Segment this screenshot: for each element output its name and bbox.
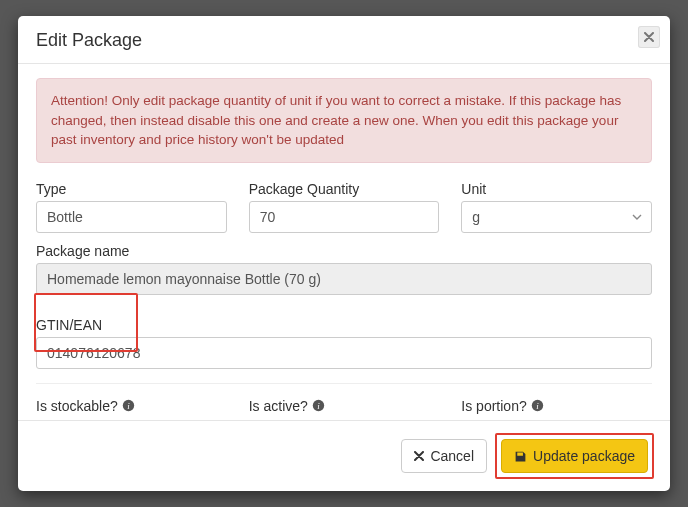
- gtin-label: GTIN/EAN: [36, 317, 652, 333]
- field-package-name: Package name: [36, 243, 652, 295]
- field-portion: Is portion? i Yes: [461, 398, 652, 420]
- field-active: Is active? i Yes: [249, 398, 440, 420]
- close-button[interactable]: [638, 26, 660, 48]
- field-type: Type: [36, 181, 227, 233]
- divider: [36, 383, 652, 384]
- close-icon: [414, 451, 424, 461]
- unit-select[interactable]: [461, 201, 652, 233]
- portion-label: Is portion?: [461, 398, 526, 414]
- row-type-qty-unit: Type Package Quantity Unit: [36, 181, 652, 233]
- field-stockable: Is stockable? i Yes: [36, 398, 227, 420]
- info-icon[interactable]: i: [122, 399, 135, 412]
- close-icon: [644, 32, 654, 42]
- modal-body: Attention! Only edit package quantity of…: [18, 64, 670, 420]
- highlight-annotation: Update package: [495, 433, 654, 479]
- info-icon[interactable]: i: [531, 399, 544, 412]
- cancel-button[interactable]: Cancel: [401, 439, 487, 473]
- package-name-input: [36, 263, 652, 295]
- type-input[interactable]: [36, 201, 227, 233]
- edit-package-modal: Edit Package Attention! Only edit packag…: [18, 16, 670, 491]
- field-gtin: GTIN/EAN: [36, 317, 652, 369]
- field-unit: Unit: [461, 181, 652, 233]
- info-icon[interactable]: i: [312, 399, 325, 412]
- update-package-button[interactable]: Update package: [501, 439, 648, 473]
- modal-header: Edit Package: [18, 16, 670, 64]
- warning-alert: Attention! Only edit package quantity of…: [36, 78, 652, 163]
- field-quantity: Package Quantity: [249, 181, 440, 233]
- modal-footer: Cancel Update package: [18, 420, 670, 491]
- gtin-input[interactable]: [36, 337, 652, 369]
- unit-label: Unit: [461, 181, 652, 197]
- quantity-input[interactable]: [249, 201, 440, 233]
- update-label: Update package: [533, 448, 635, 464]
- checkbox-row: Is stockable? i Yes Is active? i: [36, 398, 652, 420]
- stockable-label: Is stockable?: [36, 398, 118, 414]
- package-name-label: Package name: [36, 243, 652, 259]
- quantity-label: Package Quantity: [249, 181, 440, 197]
- active-label: Is active?: [249, 398, 308, 414]
- save-icon: [514, 450, 527, 463]
- modal-title: Edit Package: [36, 30, 652, 51]
- type-label: Type: [36, 181, 227, 197]
- cancel-label: Cancel: [430, 448, 474, 464]
